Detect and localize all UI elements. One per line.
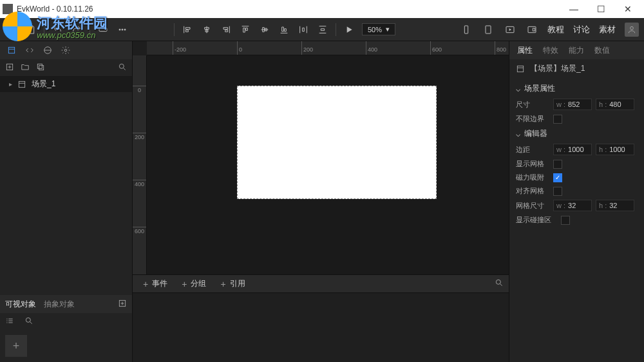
zoom-value: 50% — [368, 26, 382, 33]
more-icon[interactable] — [116, 23, 129, 36]
right-panel: 属性 特效 能力 数值 【场景】场景_1 ⌵场景属性 尺寸 w :852 h :… — [509, 41, 644, 362]
ruler-tick: 0 — [133, 86, 146, 93]
show-collision-label: 显示碰撞区 — [516, 215, 557, 225]
add-group-button[interactable]: +分组 — [176, 278, 211, 289]
grid-h-input[interactable]: h :32 — [596, 200, 634, 211]
browser-icon[interactable] — [5, 23, 18, 36]
chevron-right-icon: ▸ — [9, 81, 12, 88]
height-input[interactable]: h :480 — [596, 99, 634, 110]
separator — [90, 23, 90, 36]
grid-w-input[interactable]: w :32 — [553, 200, 592, 211]
ruler-tick: 800 — [495, 41, 506, 55]
selection-title: 【场景】场景_1 — [509, 59, 644, 78]
svg-rect-18 — [19, 81, 24, 87]
ruler-tick: 0 — [237, 41, 242, 55]
unlimited-checkbox[interactable] — [553, 115, 562, 124]
svg-rect-6 — [486, 26, 491, 33]
folder-icon[interactable] — [21, 62, 30, 73]
scenes-tab-icon[interactable] — [5, 44, 18, 57]
align-right-icon[interactable] — [220, 23, 232, 36]
svg-rect-1 — [99, 28, 107, 31]
ruler-vertical: 0 200 400 600 — [133, 55, 147, 274]
separator — [174, 23, 175, 36]
align-center-v-icon[interactable] — [258, 23, 271, 36]
distribute-v-icon[interactable] — [316, 23, 329, 36]
settings-tab-icon[interactable] — [59, 44, 72, 57]
device-icon[interactable] — [97, 23, 109, 36]
svg-rect-11 — [8, 47, 14, 53]
editor-section[interactable]: ⌵编辑器 — [516, 126, 638, 142]
undo-icon[interactable] — [51, 23, 64, 36]
list-icon[interactable] — [5, 316, 14, 327]
add-button[interactable]: + — [5, 335, 27, 357]
margin-label: 边距 — [516, 145, 549, 155]
props-tab[interactable]: 属性 — [517, 45, 533, 56]
scene-icon — [516, 64, 525, 73]
visible-objects-tab[interactable]: 可视对象 — [5, 299, 36, 310]
user-icon[interactable] — [625, 23, 639, 37]
assets-link[interactable]: 素材 — [599, 24, 616, 35]
close-button[interactable]: ✕ — [614, 0, 641, 18]
discuss-link[interactable]: 讨论 — [573, 24, 590, 35]
tablet-icon[interactable] — [482, 23, 495, 36]
align-bottom-icon[interactable] — [278, 23, 290, 36]
search-icon[interactable] — [495, 278, 504, 289]
data-tab[interactable]: 数值 — [594, 45, 610, 56]
save-icon[interactable] — [24, 23, 37, 36]
show-collision-checkbox[interactable] — [561, 216, 570, 225]
scene-icon — [17, 80, 26, 89]
scene-props-section[interactable]: ⌵场景属性 — [516, 81, 638, 97]
search-icon[interactable] — [118, 62, 127, 73]
tutorial-link[interactable]: 教程 — [547, 24, 564, 35]
preview-icon[interactable] — [504, 23, 516, 36]
zoom-select[interactable]: 50% ▾ — [362, 23, 395, 35]
add-ref-button[interactable]: +引用 — [215, 278, 250, 289]
align-grid-checkbox[interactable] — [553, 187, 562, 196]
scene-item[interactable]: ▸ 场景_1 — [0, 76, 132, 92]
scene-name: 场景_1 — [32, 79, 55, 90]
chevron-down-icon: ⌵ — [516, 129, 520, 138]
ruler-tick: 200 — [301, 41, 313, 55]
play-icon[interactable] — [343, 23, 355, 36]
event-bar: +事件 +分组 +引用 — [133, 274, 509, 292]
distribute-h-icon[interactable] — [297, 23, 310, 36]
margin-w-input[interactable]: w :1000 — [553, 144, 592, 155]
screen-icon[interactable] — [526, 23, 538, 36]
window-title: EvkWorld - 0.10.11.26 — [17, 5, 560, 14]
add-icon[interactable] — [5, 62, 14, 73]
search-icon[interactable] — [24, 316, 33, 327]
ruler-tick: 400 — [366, 41, 377, 55]
redo-icon[interactable] — [70, 23, 83, 36]
align-grid-label: 对齐网格 — [516, 186, 549, 196]
svg-point-13 — [64, 49, 67, 52]
scene-canvas[interactable] — [237, 86, 437, 199]
show-grid-checkbox[interactable] — [553, 160, 562, 169]
globe-tab-icon[interactable] — [41, 44, 54, 57]
phone-portrait-icon[interactable] — [460, 23, 473, 36]
app-icon — [3, 4, 13, 14]
add-object-icon[interactable] — [118, 299, 127, 310]
ability-tab[interactable]: 能力 — [569, 45, 584, 56]
align-top-icon[interactable] — [239, 23, 252, 36]
margin-h-input[interactable]: h :1000 — [596, 144, 634, 155]
maximize-button[interactable]: ☐ — [587, 0, 614, 18]
svg-point-10 — [630, 26, 634, 30]
align-center-h-icon[interactable] — [200, 23, 213, 36]
svg-point-21 — [496, 280, 500, 284]
width-input[interactable]: w :852 — [553, 99, 592, 110]
align-left-icon[interactable] — [181, 23, 194, 36]
snap-checkbox[interactable]: ✓ — [553, 173, 562, 182]
svg-point-17 — [119, 64, 124, 68]
canvas-viewport[interactable] — [147, 55, 509, 274]
svg-point-4 — [124, 29, 126, 30]
minimize-button[interactable]: — — [560, 0, 587, 18]
fx-tab[interactable]: 特效 — [543, 45, 558, 56]
code-tab-icon[interactable] — [23, 44, 36, 57]
window-icon[interactable] — [36, 62, 45, 73]
add-event-button[interactable]: +事件 — [138, 278, 173, 289]
abstract-objects-tab[interactable]: 抽象对象 — [44, 299, 75, 310]
left-panel-tabs — [0, 41, 132, 59]
ruler-tick: 600 — [133, 227, 146, 234]
canvas-area: -400 -200 0 200 400 600 800 0 200 400 60… — [133, 41, 509, 362]
svg-point-3 — [122, 29, 123, 30]
